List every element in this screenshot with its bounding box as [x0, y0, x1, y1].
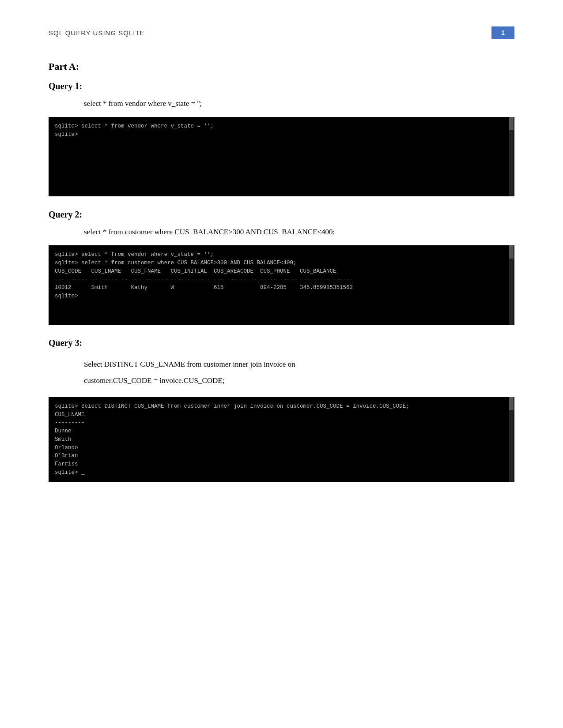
- query-3-terminal-content: sqlite> Select DISTINCT CUS_LNAME from c…: [55, 402, 508, 477]
- query-1-text: select * from vendor where v_state = '';: [84, 99, 514, 108]
- query-3-section: Query 3: Select DISTINCT CUS_LNAME from …: [49, 338, 514, 482]
- query-3-heading: Query 3:: [49, 338, 514, 348]
- query-2-terminal: sqlite> select * from vendor where v_sta…: [49, 245, 514, 325]
- query-3-terminal: sqlite> Select DISTINCT CUS_LNAME from c…: [49, 397, 514, 482]
- terminal-1-scrollbar[interactable]: [509, 117, 514, 196]
- query-1-terminal: sqlite> select * from vendor where v_sta…: [49, 117, 514, 196]
- page-header: SQL QUERY USING SQLITE 1: [49, 26, 514, 39]
- terminal-2-scrollbar-thumb: [509, 245, 514, 259]
- query-2-text: select * from customer where CUS_BALANCE…: [84, 228, 514, 236]
- query-2-section: Query 2: select * from customer where CU…: [49, 210, 514, 325]
- terminal-3-scrollbar[interactable]: [509, 397, 514, 482]
- terminal-2-scrollbar[interactable]: [509, 245, 514, 325]
- part-a-section: Part A: Query 1: select * from vendor wh…: [49, 61, 514, 482]
- part-a-heading: Part A:: [49, 61, 514, 72]
- query-2-terminal-content: sqlite> select * from vendor where v_sta…: [55, 251, 508, 300]
- query-1-terminal-content: sqlite> select * from vendor where v_sta…: [55, 122, 508, 139]
- query-3-text: Select DISTINCT CUS_LNAME from customer …: [84, 356, 514, 389]
- query-1-heading: Query 1:: [49, 81, 514, 91]
- query-1-section: Query 1: select * from vendor where v_st…: [49, 81, 514, 196]
- query-2-heading: Query 2:: [49, 210, 514, 220]
- header-title: SQL QUERY USING SQLITE: [49, 29, 145, 37]
- page-container: SQL QUERY USING SQLITE 1 Part A: Query 1…: [0, 0, 563, 522]
- query-3-text-line2: customer.CUS_CODE = invoice.CUS_CODE;: [84, 376, 224, 385]
- terminal-1-scrollbar-thumb: [509, 117, 514, 130]
- header-page-number: 1: [491, 26, 514, 39]
- query-3-text-line1: Select DISTINCT CUS_LNAME from customer …: [84, 360, 295, 368]
- terminal-3-scrollbar-thumb: [509, 397, 514, 410]
